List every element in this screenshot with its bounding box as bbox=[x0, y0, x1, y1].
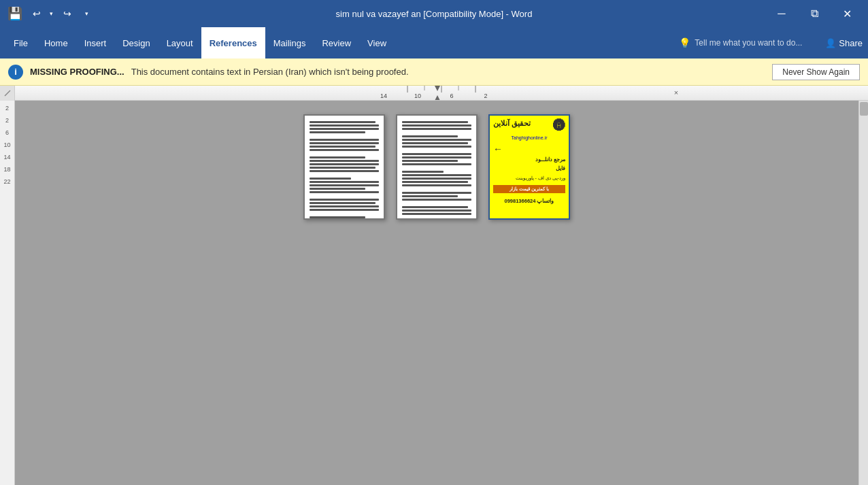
share-button[interactable]: 👤 Share bbox=[825, 27, 863, 58]
svg-text:2: 2 bbox=[484, 93, 487, 99]
horizontal-ruler: 14 10 6 2 × bbox=[15, 86, 868, 100]
tab-mailings[interactable]: Mailings bbox=[265, 27, 314, 58]
tab-file[interactable]: File bbox=[5, 27, 36, 58]
minimize-button[interactable]: ─ bbox=[766, 0, 797, 27]
close-button[interactable]: ✕ bbox=[831, 0, 863, 27]
ad-phone: 09981366624 واتساپ bbox=[493, 198, 565, 204]
ad-body-line3: ورد-پی دی اف - پاورپوینت bbox=[493, 175, 565, 181]
undo-dropdown[interactable]: ▾ bbox=[47, 4, 55, 23]
notification-icon: i bbox=[8, 65, 23, 80]
page-1[interactable] bbox=[303, 114, 385, 220]
ad-url: Tahghighonline.ir bbox=[493, 135, 565, 140]
tell-me-search: 💡 bbox=[679, 27, 817, 58]
share-icon: 👤 bbox=[825, 38, 836, 48]
page-3[interactable]: تحقیق آنلاین 🅐 Tahghighonline.ir ← مرجع … bbox=[488, 114, 570, 220]
qat-more-button[interactable]: ▾ bbox=[80, 4, 93, 23]
ad-price-label: با کمترین قیمت بازار bbox=[493, 185, 565, 193]
restore-button[interactable]: ⧉ bbox=[799, 0, 830, 27]
save-button[interactable]: 💾 bbox=[5, 4, 24, 23]
ad-body-line2: فایل bbox=[493, 165, 565, 172]
svg-text:×: × bbox=[674, 88, 678, 97]
svg-text:10: 10 bbox=[414, 93, 421, 99]
window-controls: ─ ⧉ ✕ bbox=[766, 0, 863, 27]
ruler-right-marker bbox=[435, 95, 440, 101]
v-ruler-num: 10 bbox=[0, 139, 14, 151]
ad-arrow: ← bbox=[493, 144, 503, 154]
notification-message: This document contains text in Persian (… bbox=[131, 67, 409, 77]
v-ruler-num: 2 bbox=[0, 114, 14, 127]
main-area: 2 2 6 10 14 18 22 bbox=[0, 101, 868, 485]
page-3-content: تحقیق آنلاین 🅐 Tahghighonline.ir ← مرجع … bbox=[490, 116, 569, 218]
ad-body-line1: مرجع دانلـــود bbox=[493, 156, 565, 163]
tab-references[interactable]: References bbox=[201, 27, 265, 58]
page-2[interactable] bbox=[396, 114, 478, 220]
svg-text:14: 14 bbox=[380, 93, 387, 99]
tab-home[interactable]: Home bbox=[36, 27, 76, 58]
horizontal-ruler-row: 14 10 6 2 × bbox=[0, 86, 868, 101]
ruler-corner bbox=[0, 86, 15, 101]
ribbon: File Home Insert Design Layout Reference… bbox=[0, 27, 868, 58]
share-label: Share bbox=[839, 38, 863, 48]
redo-button[interactable]: ↪ bbox=[58, 4, 77, 23]
vertical-ruler: 2 2 6 10 14 18 22 bbox=[0, 101, 15, 485]
ruler-left-marker bbox=[435, 86, 440, 91]
notification-bar: i MISSING PROOFING... This document cont… bbox=[0, 58, 868, 86]
never-show-again-button[interactable]: Never Show Again bbox=[772, 64, 860, 80]
v-ruler-num: 14 bbox=[0, 151, 14, 163]
quick-access-toolbar: 💾 ↩ ▾ ↪ ▾ bbox=[5, 4, 93, 23]
undo-area: ↩ ▾ bbox=[27, 4, 55, 23]
page-2-content bbox=[397, 116, 476, 220]
document-title: sim nul va vazayef an [Compatibility Mod… bbox=[336, 9, 533, 19]
page-1-content bbox=[305, 116, 384, 220]
tab-design[interactable]: Design bbox=[114, 27, 158, 58]
vertical-scrollbar[interactable] bbox=[858, 101, 868, 485]
undo-button[interactable]: ↩ bbox=[27, 4, 46, 23]
lightbulb-icon: 💡 bbox=[679, 37, 690, 48]
v-ruler-num: 2 bbox=[0, 102, 14, 114]
svg-text:6: 6 bbox=[450, 93, 453, 99]
scrollbar-thumb[interactable] bbox=[860, 102, 868, 116]
ad-logo: 🅐 bbox=[553, 119, 565, 133]
tab-review[interactable]: Review bbox=[314, 27, 359, 58]
v-ruler-num: 18 bbox=[0, 163, 14, 175]
ruler-svg: 14 10 6 2 × bbox=[203, 86, 680, 100]
tab-layout[interactable]: Layout bbox=[158, 27, 201, 58]
title-bar: 💾 ↩ ▾ ↪ ▾ sim nul va vazayef an [Compati… bbox=[0, 0, 868, 27]
svg-line-0 bbox=[5, 90, 10, 96]
document-canvas[interactable]: تحقیق آنلاین 🅐 Tahghighonline.ir ← مرجع … bbox=[15, 101, 858, 485]
tab-view[interactable]: View bbox=[359, 27, 395, 58]
tell-me-input[interactable] bbox=[695, 38, 817, 48]
v-ruler-num: 6 bbox=[0, 127, 14, 139]
ad-title: تحقیق آنلاین bbox=[493, 119, 531, 128]
tab-insert[interactable]: Insert bbox=[76, 27, 115, 58]
v-ruler-num: 22 bbox=[0, 175, 14, 188]
notification-title: MISSING PROOFING... bbox=[30, 67, 124, 77]
